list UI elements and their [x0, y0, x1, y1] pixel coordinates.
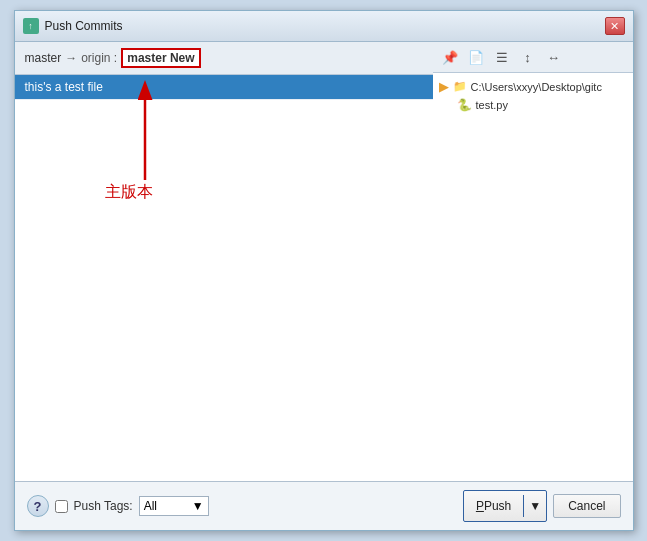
remote-label: origin : — [81, 51, 117, 65]
commit-row[interactable]: this's a test file — [15, 75, 433, 100]
right-panel: 📌 📄 ☰ ↕ ↔ ▶ 📁 C:\Users\xxyy\Desktop\gitc… — [433, 42, 633, 481]
commit-list: this's a test file — [15, 75, 433, 481]
copy-button[interactable]: 📄 — [465, 46, 487, 68]
push-button[interactable]: PPush ▼ — [463, 490, 547, 522]
branch-header: master → origin : master New — [15, 42, 433, 75]
pin-button[interactable]: 📌 — [439, 46, 461, 68]
push-button-label[interactable]: PPush — [464, 495, 524, 517]
list-button[interactable]: ☰ — [491, 46, 513, 68]
right-toolbar: 📌 📄 ☰ ↕ ↔ — [433, 42, 633, 73]
push-dropdown-arrow[interactable]: ▼ — [524, 495, 546, 517]
close-button[interactable]: ✕ — [605, 17, 625, 35]
cancel-button[interactable]: Cancel — [553, 494, 620, 518]
help-label: ? — [34, 499, 42, 514]
push-tags-checkbox[interactable] — [55, 500, 68, 513]
tree-folder-item[interactable]: ▶ 📁 C:\Users\xxyy\Desktop\gitc — [437, 77, 629, 96]
title-bar: ↑ Push Commits ✕ — [15, 11, 633, 42]
dropdown-arrow-icon: ▼ — [192, 499, 204, 513]
tags-dropdown[interactable]: All ▼ — [139, 496, 209, 516]
window-title: Push Commits — [45, 19, 123, 33]
expand-button[interactable]: ↔ — [543, 46, 565, 68]
tags-option: All — [144, 499, 157, 513]
remote-branch-name: master — [127, 51, 166, 65]
remote-branch-badge: master New — [121, 48, 200, 68]
help-button[interactable]: ? — [27, 495, 49, 517]
title-bar-left: ↑ Push Commits — [23, 18, 123, 34]
file-icon: 🐍 — [457, 98, 472, 112]
window-icon: ↑ — [23, 18, 39, 34]
new-badge: New — [170, 51, 195, 65]
footer-right: PPush ▼ Cancel — [463, 490, 621, 522]
footer: ? Push Tags: All ▼ PPush ▼ Cancel — [15, 482, 633, 530]
main-window: ↑ Push Commits ✕ master → origin : maste… — [14, 10, 634, 531]
file-name: test.py — [476, 99, 508, 111]
file-tree: ▶ 📁 C:\Users\xxyy\Desktop\gitc 🐍 test.py — [433, 73, 633, 481]
commit-message: this's a test file — [25, 80, 103, 94]
sort-button[interactable]: ↕ — [517, 46, 539, 68]
folder-icon-img: 📁 — [453, 80, 467, 93]
left-panel: master → origin : master New 主版本 — [15, 42, 433, 481]
folder-path: C:\Users\xxyy\Desktop\gitc — [471, 81, 602, 93]
tree-file-item[interactable]: 🐍 test.py — [437, 96, 629, 114]
main-content: master → origin : master New 主版本 — [15, 42, 633, 482]
local-branch-label: master — [25, 51, 62, 65]
push-tags-label: Push Tags: — [74, 499, 133, 513]
branch-arrow: → — [65, 51, 77, 65]
footer-left: ? Push Tags: All ▼ — [27, 495, 209, 517]
folder-icon: ▶ — [439, 79, 449, 94]
